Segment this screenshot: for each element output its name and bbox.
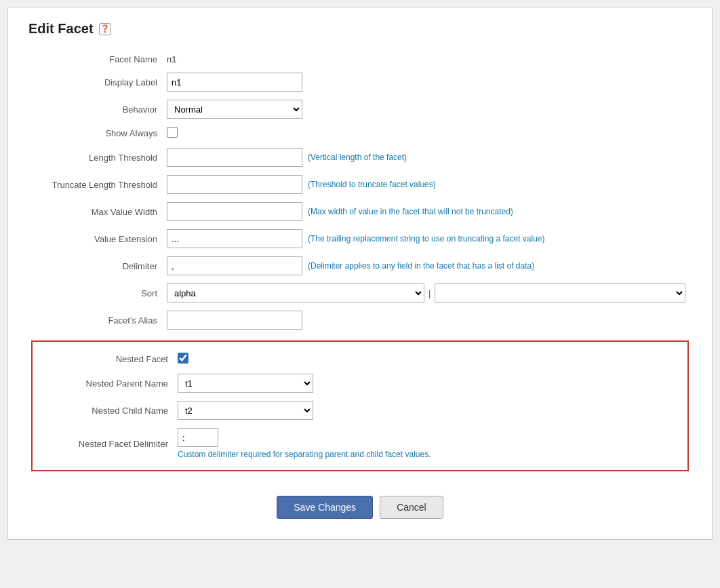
- max-value-width-hint: (Max width of value in the facet that wi…: [308, 207, 513, 216]
- length-threshold-hint: (Vertical length of the facet): [308, 153, 407, 162]
- display-label-row: Display Label: [28, 68, 692, 96]
- behavior-cell: NormalDrill DownExclude: [164, 96, 692, 123]
- value-extension-label: Value Extension: [28, 225, 164, 252]
- nested-facet-label: Nested Facet: [39, 349, 175, 370]
- max-value-width-input[interactable]: [167, 202, 302, 221]
- sort-cell: alphacountindexlex | ascdesc: [164, 279, 692, 307]
- nested-delimiter-label: Nested Facet Delimiter: [39, 424, 175, 463]
- nested-table: Nested Facet Nested Parent Name t1t2t3: [39, 349, 681, 463]
- nested-delimiter-note: Custom delimiter required for separating…: [178, 450, 678, 459]
- nested-parent-label: Nested Parent Name: [39, 370, 175, 397]
- value-extension-cell: (The trailing replacement string to use …: [164, 225, 692, 252]
- nested-facet-row: Nested Facet: [39, 349, 681, 370]
- sort-primary-select[interactable]: alphacountindexlex: [167, 283, 424, 302]
- form-table: Facet Name n1 Display Label Behavior Nor…: [28, 50, 692, 482]
- max-value-width-label: Max Value Width: [28, 198, 164, 225]
- button-row: Save Changes Cancel: [28, 496, 692, 519]
- value-extension-row: Value Extension (The trailing replacemen…: [28, 225, 692, 252]
- delimiter-row: Delimiter (Delimiter applies to any fiel…: [28, 252, 692, 279]
- value-extension-hint: (The trailing replacement string to use …: [308, 234, 545, 243]
- sort-separator: |: [428, 288, 431, 298]
- facets-alias-input[interactable]: [167, 311, 302, 330]
- length-threshold-label: Length Threshold: [28, 144, 164, 171]
- show-always-row: Show Always: [28, 123, 692, 144]
- cancel-button[interactable]: Cancel: [380, 496, 443, 519]
- show-always-label: Show Always: [28, 123, 164, 144]
- display-label-label: Display Label: [28, 68, 164, 96]
- nested-child-cell: t1t2t3: [175, 397, 681, 424]
- sort-row: Sort alphacountindexlex | ascdesc: [28, 279, 692, 307]
- nested-delimiter-input[interactable]: [178, 428, 218, 447]
- nested-parent-cell: t1t2t3: [175, 370, 681, 397]
- facet-name-value-cell: n1: [164, 50, 692, 68]
- truncate-hint: (Threshold to truncate facet values): [308, 180, 436, 189]
- facets-alias-cell: [164, 307, 692, 334]
- behavior-label: Behavior: [28, 96, 164, 123]
- sort-secondary-select[interactable]: ascdesc: [435, 283, 685, 302]
- facet-name-row: Facet Name n1: [28, 50, 692, 68]
- help-icon[interactable]: ❓: [99, 23, 111, 35]
- display-label-cell: [164, 68, 692, 96]
- facet-name-label: Facet Name: [28, 50, 164, 68]
- nested-parent-row: Nested Parent Name t1t2t3: [39, 370, 681, 397]
- save-button[interactable]: Save Changes: [277, 496, 373, 519]
- delimiter-cell: (Delimiter applies to any field in the f…: [164, 252, 692, 279]
- nested-delimiter-wrap: Custom delimiter required for separating…: [178, 428, 678, 459]
- nested-facet-section-cell: Nested Facet Nested Parent Name t1t2t3: [28, 334, 692, 482]
- truncate-cell: (Threshold to truncate facet values): [164, 171, 692, 198]
- truncate-label: Truncate Length Threshold: [28, 171, 164, 198]
- truncate-input[interactable]: [167, 175, 302, 194]
- delimiter-hint: (Delimiter applies to any field in the f…: [308, 261, 534, 271]
- facets-alias-row: Facet's Alias: [28, 307, 692, 334]
- behavior-row: Behavior NormalDrill DownExclude: [28, 96, 692, 123]
- length-threshold-input[interactable]: [167, 148, 302, 167]
- nested-facet-section-row: Nested Facet Nested Parent Name t1t2t3: [28, 334, 692, 482]
- nested-child-select[interactable]: t1t2t3: [178, 401, 313, 420]
- facets-alias-label: Facet's Alias: [28, 307, 164, 334]
- page-title: Edit Facet ❓: [28, 21, 692, 37]
- page-title-text: Edit Facet: [28, 21, 94, 37]
- page-container: Edit Facet ❓ Facet Name n1 Display Label…: [7, 7, 713, 540]
- show-always-cell: [164, 123, 692, 144]
- nested-facet-checkbox[interactable]: [178, 353, 188, 364]
- nested-facet-checkbox-cell: [175, 349, 681, 370]
- delimiter-input[interactable]: [167, 256, 302, 275]
- nested-child-row: Nested Child Name t1t2t3: [39, 397, 681, 424]
- facet-name-value: n1: [167, 54, 176, 64]
- show-always-checkbox[interactable]: [167, 127, 178, 138]
- truncate-row: Truncate Length Threshold (Threshold to …: [28, 171, 692, 198]
- length-threshold-cell: (Vertical length of the facet): [164, 144, 692, 171]
- display-label-input[interactable]: [167, 73, 302, 92]
- sort-label: Sort: [28, 279, 164, 307]
- max-value-width-cell: (Max width of value in the facet that wi…: [164, 198, 692, 225]
- length-threshold-row: Length Threshold (Vertical length of the…: [28, 144, 692, 171]
- delimiter-label: Delimiter: [28, 252, 164, 279]
- nested-delimiter-row: Nested Facet Delimiter Custom delimiter …: [39, 424, 681, 463]
- value-extension-input[interactable]: [167, 229, 302, 248]
- max-value-width-row: Max Value Width (Max width of value in t…: [28, 198, 692, 225]
- nested-child-label: Nested Child Name: [39, 397, 175, 424]
- nested-parent-select[interactable]: t1t2t3: [178, 374, 313, 393]
- nested-facet-box: Nested Facet Nested Parent Name t1t2t3: [31, 340, 689, 471]
- nested-delimiter-cell: Custom delimiter required for separating…: [175, 424, 681, 463]
- behavior-select[interactable]: NormalDrill DownExclude: [167, 100, 302, 119]
